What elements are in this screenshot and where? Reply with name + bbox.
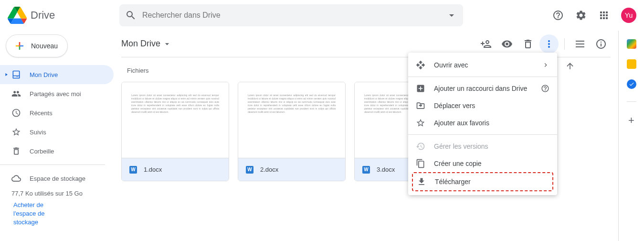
drive-logo-area[interactable]: Drive bbox=[6, 6, 119, 25]
docx-icon: W bbox=[129, 166, 137, 174]
sidebar-item-label: Récents bbox=[30, 110, 53, 117]
ctx-label: Gérer les versions bbox=[434, 142, 488, 150]
view-list-button[interactable] bbox=[570, 34, 590, 54]
calendar-addon[interactable] bbox=[627, 39, 636, 49]
ctx-label: Déplacer vers bbox=[434, 102, 475, 110]
ctx-label: Ajouter un raccourci dans Drive bbox=[434, 85, 527, 92]
ctx-label: Ajouter aux favoris bbox=[434, 119, 489, 127]
product-name: Drive bbox=[31, 9, 55, 22]
history-icon bbox=[416, 142, 425, 151]
highlighted-download: Télécharger bbox=[412, 172, 553, 191]
search-bar[interactable] bbox=[119, 4, 463, 26]
toolbar-separator bbox=[564, 38, 565, 50]
copy-icon bbox=[416, 159, 425, 168]
plus-icon bbox=[14, 40, 25, 52]
file-card[interactable]: Lorem ipsum dolor sit amet consectetur a… bbox=[238, 82, 346, 181]
sort-direction-button[interactable] bbox=[565, 61, 575, 73]
new-button-label: Nouveau bbox=[31, 42, 58, 50]
person-add-icon bbox=[480, 38, 492, 50]
docx-icon: W bbox=[362, 166, 370, 174]
more-button[interactable] bbox=[539, 34, 559, 54]
delete-button[interactable] bbox=[518, 34, 538, 54]
move-icon bbox=[416, 101, 425, 110]
docx-icon: W bbox=[246, 166, 253, 174]
new-button[interactable]: Nouveau bbox=[6, 34, 68, 57]
side-panel: + bbox=[618, 31, 644, 241]
details-button[interactable] bbox=[591, 34, 611, 54]
file-thumbnail: Lorem ipsum dolor sit amet consectetur a… bbox=[238, 82, 345, 158]
keep-addon[interactable] bbox=[627, 59, 636, 69]
divider bbox=[627, 101, 636, 102]
breadcrumb[interactable]: Mon Drive bbox=[121, 39, 172, 49]
ctx-add-shortcut[interactable]: Ajouter un raccourci dans Drive bbox=[408, 80, 557, 97]
star-icon bbox=[11, 127, 21, 137]
expand-icon bbox=[4, 72, 9, 77]
shortcut-icon bbox=[416, 84, 425, 93]
file-name: 1.docx bbox=[144, 166, 162, 173]
apps-button[interactable] bbox=[594, 6, 613, 25]
user-avatar[interactable]: Yu bbox=[621, 8, 636, 23]
search-input[interactable] bbox=[142, 11, 446, 20]
sidebar-item-recent[interactable]: Récents bbox=[0, 103, 114, 122]
file-thumbnail: Lorem ipsum dolor sit amet consectetur a… bbox=[122, 82, 229, 158]
ctx-label: Ouvrir avec bbox=[434, 61, 468, 69]
clock-icon bbox=[11, 108, 21, 118]
ctx-label: Télécharger bbox=[435, 178, 471, 186]
list-view-icon bbox=[574, 38, 586, 50]
open-with-icon bbox=[416, 60, 425, 70]
apps-grid-icon bbox=[598, 10, 610, 21]
check-icon bbox=[629, 81, 634, 87]
star-icon bbox=[416, 118, 425, 128]
trash-icon bbox=[522, 38, 534, 50]
ctx-label: Créer une copie bbox=[434, 160, 482, 167]
eye-icon bbox=[501, 38, 513, 50]
sidebar-item-label: Mon Drive bbox=[30, 71, 58, 78]
buy-storage-link[interactable]: Acheter de l'espace de stockage bbox=[0, 201, 67, 227]
search-options-icon[interactable] bbox=[446, 10, 457, 21]
add-addon-button[interactable]: + bbox=[628, 114, 634, 127]
sidebar-item-storage[interactable]: Espace de stockage bbox=[0, 169, 114, 188]
preview-button[interactable] bbox=[497, 34, 517, 54]
help-button[interactable] bbox=[549, 6, 568, 25]
settings-button[interactable] bbox=[571, 6, 591, 25]
drive-icon bbox=[11, 70, 21, 79]
help-icon bbox=[541, 84, 549, 93]
sidebar: Nouveau Mon Drive Partagés avec moi Réce… bbox=[0, 31, 114, 241]
ctx-download[interactable]: Télécharger bbox=[413, 173, 552, 190]
context-menu: Ouvrir avec Ajouter un raccourci dans Dr… bbox=[408, 53, 557, 195]
divider bbox=[408, 134, 557, 135]
ctx-star[interactable]: Ajouter aux favoris bbox=[408, 114, 557, 131]
file-name: 2.docx bbox=[260, 166, 278, 173]
cloud-icon bbox=[11, 174, 21, 183]
sidebar-item-starred[interactable]: Suivis bbox=[0, 122, 114, 142]
more-vert-icon bbox=[543, 38, 555, 50]
divider bbox=[408, 77, 557, 77]
sidebar-item-label: Partagés avec moi bbox=[30, 90, 81, 98]
download-icon bbox=[417, 177, 426, 186]
info-icon bbox=[595, 38, 607, 50]
sidebar-item-label: Suivis bbox=[30, 129, 46, 136]
sidebar-item-label: Espace de stockage bbox=[30, 175, 85, 182]
storage-usage-text: 77,7 Ko utilisés sur 15 Go bbox=[0, 188, 114, 201]
sidebar-item-label: Corbeille bbox=[30, 148, 54, 155]
sidebar-item-shared[interactable]: Partagés avec moi bbox=[0, 84, 114, 103]
arrow-up-icon bbox=[565, 61, 575, 71]
help-icon bbox=[552, 10, 564, 21]
search-icon bbox=[125, 10, 137, 21]
ctx-make-copy[interactable]: Créer une copie bbox=[408, 155, 557, 172]
chevron-right-icon bbox=[542, 61, 549, 69]
shared-icon bbox=[11, 89, 21, 99]
file-card[interactable]: Lorem ipsum dolor sit amet consectetur a… bbox=[121, 82, 229, 181]
ctx-move-to[interactable]: Déplacer vers bbox=[408, 97, 557, 114]
gear-icon bbox=[575, 10, 587, 21]
sidebar-item-trash[interactable]: Corbeille bbox=[0, 142, 114, 161]
share-button[interactable] bbox=[476, 34, 496, 54]
breadcrumb-label: Mon Drive bbox=[121, 39, 160, 49]
divider bbox=[0, 164, 105, 165]
sidebar-item-mydrive[interactable]: Mon Drive bbox=[0, 65, 114, 84]
tasks-addon[interactable] bbox=[627, 79, 636, 89]
trash-icon bbox=[11, 146, 21, 156]
drive-logo-icon bbox=[8, 6, 27, 25]
ctx-versions: Gérer les versions bbox=[408, 138, 557, 155]
ctx-open-with[interactable]: Ouvrir avec bbox=[408, 56, 557, 74]
